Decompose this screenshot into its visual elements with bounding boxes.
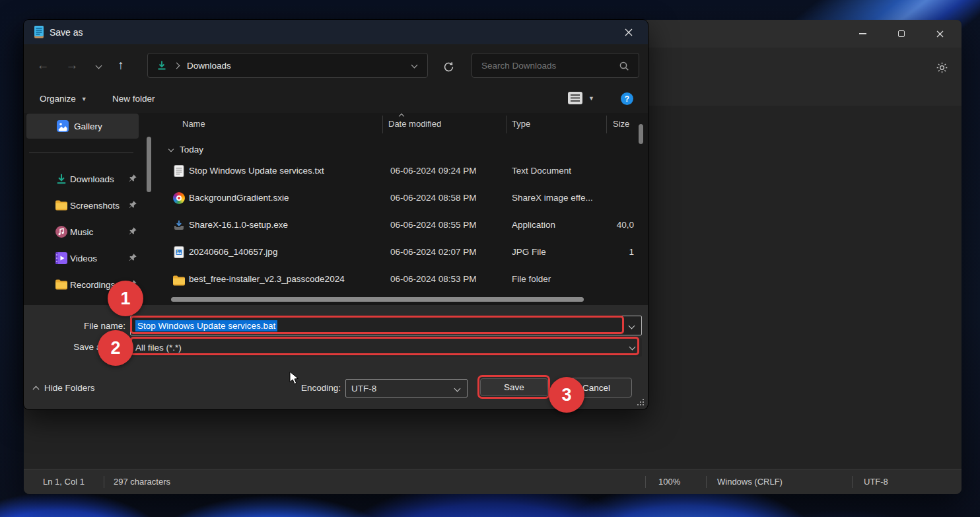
file-date: 06-06-2024 02:07 PM <box>390 247 477 257</box>
maximize-button[interactable] <box>887 25 916 42</box>
installer-icon <box>173 219 185 231</box>
refresh-button[interactable] <box>438 57 458 76</box>
file-date: 06-06-2024 08:53 PM <box>390 274 477 284</box>
navigation-sidebar: Gallery Downloads Screenshots <box>24 113 164 305</box>
sidebar-item-videos[interactable]: Videos <box>24 246 164 271</box>
save-as-dialog: Save as ← → ↑ Downloads <box>24 20 648 409</box>
encoding-value: UTF-8 <box>351 384 376 394</box>
file-row[interactable]: 20240606_140657.jpg 06-06-2024 02:07 PM … <box>164 239 648 266</box>
organize-label: Organize <box>40 94 76 104</box>
organize-button[interactable]: Organize ▼ <box>40 94 87 104</box>
close-icon <box>625 28 633 36</box>
column-header-type[interactable]: Type <box>512 119 530 129</box>
collapse-group-icon[interactable] <box>168 147 174 152</box>
save-button[interactable]: Save <box>480 378 548 396</box>
encoding-combobox[interactable]: UTF-8 <box>345 379 468 397</box>
sidebar-item-downloads[interactable]: Downloads <box>24 166 164 191</box>
column-separator[interactable] <box>606 116 607 133</box>
address-dropdown-icon[interactable] <box>411 62 418 69</box>
file-row[interactable]: best_free-installer_v2.3_passcode2024 06… <box>164 266 648 293</box>
annotation-number: 1 <box>120 289 130 309</box>
status-separator <box>645 476 646 488</box>
dialog-navigation-bar: ← → ↑ Downloads <box>24 44 648 86</box>
status-line-ending[interactable]: Windows (CRLF) <box>717 477 783 487</box>
new-folder-label: New folder <box>112 94 155 104</box>
column-separator[interactable] <box>506 116 507 133</box>
save-as-type-combobox[interactable]: All files (*.*) <box>130 338 642 357</box>
minimize-button[interactable] <box>848 25 877 42</box>
file-name: Stop Windows Update services.txt <box>189 166 324 176</box>
back-button[interactable]: ← <box>33 56 53 75</box>
dialog-title: Save as <box>50 27 83 38</box>
column-header-name[interactable]: Name <box>182 119 205 129</box>
group-label: Today <box>180 145 203 155</box>
search-input[interactable] <box>472 61 608 71</box>
dialog-close-button[interactable] <box>616 22 641 42</box>
file-date: 06-06-2024 08:58 PM <box>390 193 477 203</box>
file-name-label: File name: <box>46 321 125 331</box>
help-button[interactable]: ? <box>621 92 633 105</box>
close-icon <box>936 30 944 38</box>
breadcrumb-item[interactable]: Downloads <box>187 61 231 71</box>
sidebar-item-label: Screenshots <box>70 201 120 211</box>
file-list-scrollbar[interactable] <box>639 124 643 144</box>
file-name: ShareX-16.1.0-setup.exe <box>189 220 288 230</box>
new-folder-button[interactable]: New folder <box>112 94 155 104</box>
column-separator[interactable] <box>382 116 383 133</box>
forward-button[interactable]: → <box>62 56 82 75</box>
file-row[interactable]: BackgroundGradient.sxie 06-06-2024 08:58… <box>164 185 648 212</box>
hide-folders-button[interactable]: Hide Folders <box>34 383 95 393</box>
sort-ascending-icon <box>399 114 404 119</box>
chevron-down-icon[interactable] <box>629 344 636 351</box>
file-name-value-selected[interactable]: Stop Windows Update services.bat <box>135 320 277 331</box>
sidebar-item-label: Recordings <box>70 280 115 290</box>
dialog-body: Gallery Downloads Screenshots <box>24 113 648 305</box>
status-encoding[interactable]: UTF-8 <box>864 477 888 487</box>
gallery-icon <box>57 120 69 132</box>
file-type: Application <box>512 220 555 230</box>
settings-button[interactable] <box>932 58 951 77</box>
file-name-combobox[interactable]: Stop Windows Update services.bat <box>130 316 642 335</box>
downloads-icon <box>55 173 67 185</box>
column-header-date-modified[interactable]: Date modified <box>388 119 441 129</box>
file-size: 1 <box>600 247 634 257</box>
sharex-effect-icon <box>173 192 185 204</box>
sidebar-separator <box>29 153 133 153</box>
status-zoom[interactable]: 100% <box>658 477 680 487</box>
sidebar-item-music[interactable]: Music <box>24 219 164 244</box>
sidebar-scrollbar[interactable] <box>147 137 151 192</box>
close-window-button[interactable] <box>925 25 954 42</box>
file-row[interactable]: ShareX-16.1.0-setup.exe 06-06-2024 08:55… <box>164 212 648 239</box>
search-icon <box>619 61 629 71</box>
resize-grip[interactable] <box>643 404 644 405</box>
sidebar-item-label: Videos <box>70 254 97 263</box>
sidebar-item-screenshots[interactable]: Screenshots <box>24 193 164 218</box>
question-mark-icon: ? <box>625 94 629 104</box>
up-button[interactable]: ↑ <box>111 56 131 75</box>
status-separator <box>852 476 853 488</box>
videos-icon <box>55 252 67 264</box>
text-file-icon <box>173 165 185 177</box>
file-type: Text Document <box>512 166 571 176</box>
column-header-size[interactable]: Size <box>613 119 629 129</box>
sidebar-item-label: Music <box>70 227 93 237</box>
recent-locations-button[interactable] <box>88 56 108 75</box>
file-date: 06-06-2024 08:55 PM <box>390 220 477 230</box>
cancel-button-label: Cancel <box>582 383 610 393</box>
jpg-file-icon <box>173 246 185 258</box>
address-bar[interactable]: Downloads <box>147 53 428 78</box>
file-name: 20240606_140657.jpg <box>189 247 277 257</box>
annotation-step-2: 2 <box>98 330 133 366</box>
status-separator <box>706 476 707 488</box>
chevron-down-icon[interactable] <box>454 386 461 392</box>
sidebar-item-recordings[interactable]: Recordings <box>24 272 164 297</box>
file-row[interactable]: Stop Windows Update services.txt 06-06-2… <box>164 158 648 185</box>
file-type: File folder <box>512 274 551 284</box>
group-row-today[interactable]: Today <box>164 140 203 158</box>
change-view-button[interactable]: ▼ <box>568 92 594 104</box>
sidebar-item-label: Gallery <box>74 121 102 131</box>
pin-icon <box>128 174 137 183</box>
horizontal-scrollbar[interactable] <box>171 297 584 302</box>
chevron-down-icon[interactable] <box>629 323 635 329</box>
sidebar-item-gallery[interactable]: Gallery <box>26 114 139 139</box>
